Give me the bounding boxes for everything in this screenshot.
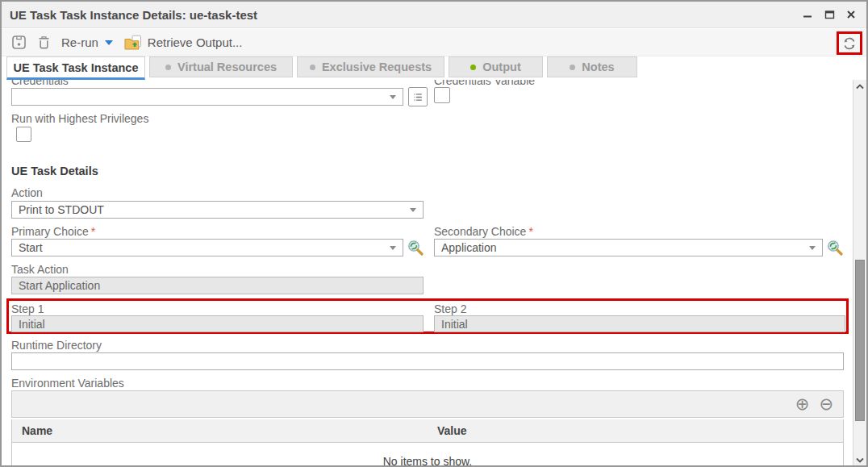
credentials-variable-label: Credentials Variable <box>434 80 535 87</box>
scroll-up-button[interactable] <box>853 80 866 94</box>
delete-button[interactable] <box>37 35 51 50</box>
maximize-icon <box>824 10 835 19</box>
required-marker: * <box>91 225 95 238</box>
step1-field: Initial <box>11 315 424 332</box>
chevron-down-icon <box>390 246 396 250</box>
required-marker: * <box>528 225 532 238</box>
tab-output[interactable]: Output <box>449 56 543 77</box>
chevron-up-icon <box>856 84 864 90</box>
maximize-button[interactable] <box>822 7 837 22</box>
chevron-down-icon <box>856 457 864 463</box>
primary-choice-refresh-lookup-button[interactable] <box>406 238 425 257</box>
tab-bar: UE Task Task Instance Virtual Resources … <box>2 56 866 80</box>
magnifier-refresh-icon <box>826 239 844 256</box>
credentials-label: Credentials <box>11 80 69 87</box>
credentials-variable-checkbox[interactable] <box>434 87 450 103</box>
primary-choice-label-text: Primary Choice <box>11 225 89 238</box>
rerun-button[interactable]: Re-run <box>61 35 113 49</box>
tab-notes[interactable]: Notes <box>547 56 637 77</box>
task-action-label: Task Action <box>11 263 69 276</box>
column-header-value[interactable]: Value <box>428 424 843 437</box>
secondary-choice-dropdown[interactable]: Application <box>434 239 823 256</box>
tab-virtual-resources[interactable]: Virtual Resources <box>149 56 293 77</box>
primary-choice-label: Primary Choice* <box>11 225 95 238</box>
task-action-value: Start Application <box>19 279 100 292</box>
add-row-button[interactable]: ⊕ <box>795 396 810 413</box>
list-details-icon <box>412 91 424 103</box>
secondary-choice-value: Application <box>441 241 809 254</box>
save-button[interactable] <box>11 35 27 50</box>
step1-value: Initial <box>19 318 45 331</box>
remove-row-button[interactable]: ⊖ <box>819 396 833 413</box>
status-dot-green-icon <box>470 65 476 70</box>
run-highest-privileges-checkbox[interactable] <box>16 127 31 142</box>
runtime-directory-input[interactable] <box>11 352 844 370</box>
tab-ue-task-task-instance[interactable]: UE Task Task Instance <box>6 56 145 80</box>
chevron-down-icon <box>105 40 113 45</box>
runtime-directory-label: Runtime Directory <box>11 339 102 352</box>
scroll-down-button[interactable] <box>853 453 866 467</box>
chevron-down-icon <box>809 246 816 250</box>
task-action-field: Start Application <box>11 277 424 294</box>
vertical-scrollbar[interactable] <box>853 80 866 467</box>
primary-choice-value: Start <box>19 241 390 254</box>
action-label: Action <box>11 186 43 199</box>
window-controls <box>800 7 858 22</box>
primary-choice-dropdown[interactable]: Start <box>11 239 403 256</box>
environment-variables-table-body: No items to show. <box>11 443 844 467</box>
retrieve-output-icon <box>123 35 143 51</box>
tab-label: UE Task Task Instance <box>13 61 138 74</box>
step2-label: Step 2 <box>434 302 466 315</box>
column-header-name[interactable]: Name <box>12 424 428 437</box>
chevron-down-icon <box>410 208 416 212</box>
tab-label: Notes <box>582 60 614 73</box>
chevron-down-icon <box>390 95 396 99</box>
status-dot-icon <box>165 65 171 70</box>
title-bar: UE Task Task Instance Details: ue-task-t… <box>2 2 866 28</box>
ue-task-details-section-title: UE Task Details <box>11 165 98 177</box>
rerun-label: Re-run <box>61 35 98 49</box>
tab-label: Exclusive Requests <box>322 60 432 73</box>
retrieve-output-label: Retrieve Output... <box>148 35 243 49</box>
action-dropdown[interactable]: Print to STDOUT <box>11 201 424 219</box>
task-instance-details-window: UE Task Task Instance Details: ue-task-t… <box>0 0 868 467</box>
status-dot-icon <box>310 65 315 70</box>
step2-value: Initial <box>441 318 468 331</box>
run-highest-privileges-label: Run with Highest Privileges <box>11 112 148 125</box>
window-title: UE Task Task Instance Details: ue-task-t… <box>10 8 257 22</box>
environment-variables-toolbar: ⊕ ⊖ <box>11 390 844 418</box>
secondary-choice-refresh-lookup-button[interactable] <box>825 238 845 257</box>
secondary-choice-label: Secondary Choice* <box>434 225 533 238</box>
environment-variables-header-row: Name Value <box>11 419 844 443</box>
secondary-choice-label-text: Secondary Choice <box>434 225 526 238</box>
status-dot-icon <box>570 65 575 70</box>
plus-circle-icon: ⊕ <box>795 394 810 414</box>
minimize-icon <box>803 10 812 19</box>
save-icon <box>11 35 27 50</box>
action-toolbar: Re-run Retrieve Output... <box>2 29 866 56</box>
form-scroll-area: Credentials Credentials Variable Run wit… <box>2 80 853 467</box>
trash-icon <box>37 35 51 50</box>
close-button[interactable] <box>844 7 858 22</box>
tab-label: Virtual Resources <box>177 60 277 73</box>
minimize-button[interactable] <box>800 7 815 22</box>
refresh-annotation-box <box>837 31 862 55</box>
step1-label: Step 1 <box>11 302 44 315</box>
environment-variables-label: Environment Variables <box>11 377 124 390</box>
close-icon <box>846 10 856 19</box>
refresh-icon <box>841 35 858 52</box>
credentials-details-button[interactable] <box>408 87 428 106</box>
action-value: Print to STDOUT <box>19 203 410 216</box>
retrieve-output-button[interactable]: Retrieve Output... <box>123 35 243 51</box>
empty-table-message: No items to show. <box>12 455 843 467</box>
credentials-dropdown[interactable] <box>11 88 403 106</box>
tab-label: Output <box>482 60 521 73</box>
magnifier-refresh-icon <box>407 239 424 256</box>
scrollbar-thumb[interactable] <box>855 260 865 421</box>
tab-exclusive-requests[interactable]: Exclusive Requests <box>297 56 444 77</box>
step2-field: Initial <box>434 315 845 332</box>
minus-circle-icon: ⊖ <box>819 394 833 414</box>
refresh-button[interactable] <box>841 35 858 52</box>
